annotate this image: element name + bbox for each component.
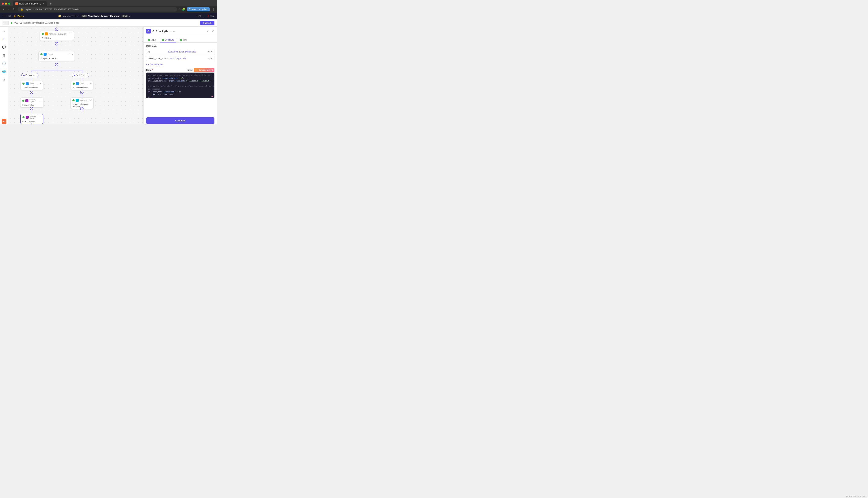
run-python-panel: </> 6. Run Python ✏ ⤢ ✕ ✓ Setup › ✓ Conf [143,27,217,124]
pathb-menu-btn[interactable]: ⋯ [87,82,89,85]
path-b-text: Path B [76,74,82,76]
extensions-icon[interactable]: 🧩 [182,8,185,11]
path-b-settings-icon[interactable]: ⚙ [83,74,85,76]
panel-close-btn[interactable]: ✕ [211,29,215,33]
tab-title: New Order Delivery Messag... [19,2,41,5]
rpya-menu-btn[interactable]: ⋯ [39,100,41,102]
tab-configure[interactable]: ✓ Configure [160,38,176,42]
nav-back-btn[interactable]: ‹ [2,7,5,12]
help-btn[interactable]: ❓ Help [207,15,215,17]
tab-arrow-2: › [177,38,177,42]
pathb-chevron[interactable]: ▾ [90,82,91,85]
node-status-utilities [42,33,44,35]
user-avatar[interactable]: MS [2,119,7,124]
split-paths-node[interactable]: Paths ⋯ ▾ 3. Split into paths [38,51,75,61]
path-b-conditions-node[interactable]: Paths ⋯ ▾ 8. Path conditions [71,81,93,90]
browser-tab[interactable]: New Order Delivery Messag... ✕ [13,1,47,6]
swb-app-label: Superchat [80,100,87,101]
tab-close-btn[interactable]: ✕ [43,2,44,5]
input-remove-rp[interactable]: ✕ [210,50,213,53]
app-logo: ⚡ Zaps [13,14,24,18]
add-btn-2[interactable]: + [55,63,58,66]
address-bar[interactable]: 🔒 zapier.com/editor/258077525/draft/2583… [18,7,177,12]
nav-forward-btn[interactable]: › [7,7,10,12]
node-status-patha [23,82,25,85]
split-chevron[interactable]: ▾ [72,53,73,55]
nav-reload-btn[interactable]: ↻ [12,7,16,12]
sidebar-icon-globe[interactable]: 🌐 [1,69,7,74]
generate-ai-button[interactable]: ✨ Generate with AI [194,68,215,72]
sidebar-icon-home[interactable]: ⌂ [2,28,5,34]
sidebar-icon-flow[interactable]: ⊞ [2,37,6,42]
panel-body: Input Data rp output from 5. run python … [143,43,217,116]
new-tab-btn[interactable]: + [48,2,53,5]
sidebar-icon-table[interactable]: ▦ [2,53,6,58]
sidebar-toggle-btn[interactable]: ☰ [2,14,6,18]
path-a-settings-icon[interactable]: ⚙ [33,74,34,76]
connector-left-2 [31,77,32,81]
input-data-section-title: Input Data [146,45,215,47]
breadcrumb-separator: / [80,15,80,17]
input-add-utilities[interactable]: + [208,57,209,60]
connector-right-2 [82,77,82,81]
breadcrumb-folder[interactable]: 📁 Ecommerce S... [58,15,78,17]
input-utilities-value: 2. Output: +49 [173,57,186,60]
node-status-swb [73,99,75,101]
add-btn-top[interactable]: + [55,27,58,31]
title-dropdown-icon[interactable]: ▾ [129,15,130,17]
input-add-rp[interactable]: + [208,50,209,53]
add-btn-right[interactable]: + [80,91,84,94]
browser-menu-icon[interactable]: ⋮ [212,8,215,11]
path-b-menu-icon[interactable]: ⋯ [86,74,87,76]
input-remove-utilities[interactable]: ✕ [210,57,213,60]
patha-chevron[interactable]: ▾ [40,82,41,85]
utilities-menu-btn[interactable]: ⋯ [69,32,72,36]
input-row-rp: rp output from 5. run python step + ✕ [146,49,215,54]
path-b-label[interactable]: Path B ⚙ ⋯ [72,73,89,77]
back-button[interactable]: ← [2,21,9,25]
traffic-light-yellow[interactable] [5,2,7,5]
add-btn-la-3[interactable]: + [30,107,33,110]
tab-setup[interactable]: ✓ Setup [146,38,158,42]
add-btn-rb-3[interactable]: + [80,107,84,110]
apps-grid-icon[interactable]: ⊞ [8,14,11,18]
flow-canvas[interactable]: Formatter by Zapier ⋯ 2. Utilities + Pat… [8,27,143,124]
input-val-utilities: ≋ 2. Output: +49 [170,57,207,60]
sidebar-icon-history[interactable]: 🕐 [1,61,7,66]
panel-expand-btn[interactable]: ⤢ [206,29,209,33]
swb-menu-btn[interactable]: ⋯ [89,99,92,102]
bookmark-icon[interactable]: ☆ [178,8,181,11]
patha-menu-btn[interactable]: ⋯ [37,82,39,85]
connector-la-2 [31,94,32,97]
relaunch-button[interactable]: Relaunch to update [187,7,210,11]
traffic-light-red[interactable] [2,2,4,5]
tab-test[interactable]: ✓ Test [178,38,188,42]
add-value-set-btn[interactable]: + + Add value set [146,63,215,67]
sidebar-icon-settings[interactable]: ⚙ [2,77,6,82]
rpm-menu-btn[interactable]: ⋯ [39,116,41,118]
continue-button[interactable]: Continue [146,117,215,124]
publish-button[interactable]: Publish [200,21,215,25]
split-step-name: 3. Split into paths [39,57,75,61]
test-tab-label: Test [183,39,187,41]
traffic-light-green[interactable] [8,2,10,5]
sidebar-icon-comment[interactable]: 💬 [1,44,7,50]
utilities-node[interactable]: Formatter by Zapier ⋯ 2. Utilities [40,31,74,41]
code-line-1: # Erhalte den Input aus dem vorherigen S… [148,74,212,77]
draft-badge[interactable]: Draft [122,15,128,17]
path-a-label[interactable]: Path A ⚙ ⋯ [21,73,38,77]
path-a-text: Path A [25,74,31,76]
utilities-app-label: Formatter by Zapier [49,33,66,35]
code-editor[interactable]: # Erhalte den Input aus dem vorherigen S… [146,73,215,98]
code-line-5: # Wenn der Input mit '+' beginnt, einfac… [148,85,212,88]
add-btn-1[interactable]: + [55,42,58,45]
path-a-menu-icon[interactable]: ⋯ [35,74,37,76]
node-status-split [40,53,42,55]
path-a-conditions-node[interactable]: Paths ⋯ ▾ 4. Path conditions [21,81,43,90]
add-value-icon: + [146,63,148,66]
superchat-b-icon [76,99,79,102]
panel-edit-btn[interactable]: ✏ [173,30,175,32]
split-menu-btn[interactable]: ⋯ [68,52,71,56]
code-line-8: output = input_text [148,93,212,96]
add-btn-left[interactable]: + [30,91,33,94]
